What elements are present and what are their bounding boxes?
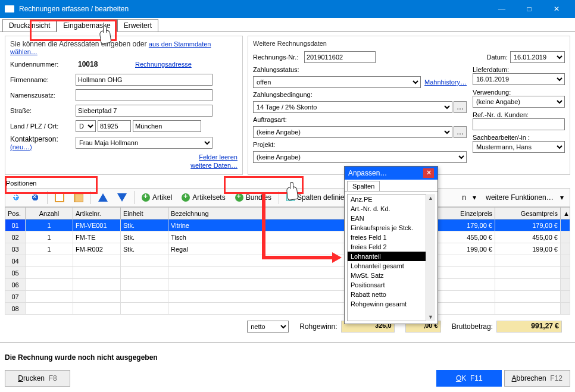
table-row[interactable]: 05 <box>5 267 570 279</box>
popup-item[interactable]: Lohnanteil <box>348 252 435 261</box>
table-cell[interactable] <box>495 267 561 279</box>
table-cell[interactable] <box>121 255 168 267</box>
datum-select[interactable]: 16.01.2019 <box>510 51 565 63</box>
scroll-down-icon[interactable]: ▼ <box>428 314 433 320</box>
col-anzahl[interactable]: Anzahl <box>26 208 73 219</box>
table-cell[interactable]: FM-VE001 <box>73 219 121 231</box>
zbed-select[interactable]: 14 Tage / 2% Skonto <box>253 101 452 113</box>
table-cell[interactable] <box>436 291 495 303</box>
auftragsart-more-button[interactable]: … <box>454 126 467 138</box>
table-cell[interactable] <box>436 303 495 315</box>
table-cell[interactable] <box>73 255 121 267</box>
table-cell[interactable]: 05 <box>5 267 26 279</box>
table-cell[interactable] <box>436 255 495 267</box>
move-up-button[interactable] <box>95 190 111 205</box>
scroll-up-icon[interactable]: ▲ <box>428 195 433 201</box>
artikel-button[interactable]: Artikel <box>138 190 176 205</box>
abbrechen-button[interactable]: Abbrechen F12 <box>504 370 570 387</box>
popup-item[interactable]: Lohnanteil gesamt <box>348 261 435 271</box>
maximize-button[interactable]: □ <box>515 0 543 18</box>
close-button[interactable]: ✕ <box>543 0 570 18</box>
table-cell[interactable] <box>73 267 121 279</box>
table-cell[interactable] <box>121 303 168 315</box>
table-cell[interactable] <box>561 243 570 255</box>
table-cell[interactable] <box>495 279 561 291</box>
table-cell[interactable] <box>73 279 121 291</box>
ref-input[interactable] <box>473 118 565 130</box>
table-cell[interactable]: 455,00 € <box>495 231 561 243</box>
kontakt-select[interactable]: Frau Maja Hollmann <box>76 137 212 149</box>
minimize-button[interactable]: — <box>488 0 515 18</box>
weitere-daten-link[interactable]: weitere Daten… <box>190 162 238 169</box>
popup-item[interactable]: Anz.PE <box>348 195 435 204</box>
felder-leeren-link[interactable]: Felder leeren <box>199 153 238 161</box>
table-row[interactable]: 031FM-R002Stk.Regal199,00 €199,00 € <box>5 243 570 255</box>
verwendung-select[interactable]: (keine Angabe) <box>473 96 565 108</box>
popup-tab-spalten[interactable]: Spalten <box>347 181 380 191</box>
auftragsart-select[interactable]: (keine Angabe) <box>253 126 452 138</box>
table-cell[interactable]: 199,00 € <box>436 243 495 255</box>
table-cell[interactable] <box>495 303 561 315</box>
namenszusatz-input[interactable] <box>76 89 212 101</box>
table-cell[interactable] <box>561 279 570 291</box>
table-cell[interactable] <box>73 303 121 315</box>
rnr-input[interactable] <box>304 51 376 63</box>
popup-item[interactable]: freies Feld 1 <box>348 233 435 242</box>
bundles-button[interactable]: Bundles <box>232 190 275 205</box>
table-cell[interactable]: 03 <box>5 243 26 255</box>
table-cell[interactable] <box>26 267 73 279</box>
table-cell[interactable]: Stk. <box>121 219 168 231</box>
popup-item[interactable]: EAN <box>348 214 435 223</box>
table-cell[interactable] <box>495 255 561 267</box>
rechnungsadresse-link[interactable]: Rechnungsadresse <box>135 61 192 68</box>
table-cell[interactable]: 1 <box>26 231 73 243</box>
plz-input[interactable] <box>98 120 131 132</box>
ok-button[interactable]: OK F11 <box>436 370 502 387</box>
table-row[interactable]: 021FM-TEStk.Tisch455,00 €455,00 € <box>5 231 570 243</box>
table-cell[interactable] <box>26 255 73 267</box>
table-cell[interactable]: 04 <box>5 255 26 267</box>
n-dropdown[interactable]: n ▾ <box>458 190 480 205</box>
doc-button[interactable] <box>51 190 68 205</box>
table-cell[interactable]: 1 <box>26 243 73 255</box>
popup-item[interactable]: Einkaufspreis je Stck. <box>348 223 435 233</box>
col-gesamtpreis[interactable]: Gesamtpreis <box>495 208 561 219</box>
table-cell[interactable]: Stk. <box>121 231 168 243</box>
table-cell[interactable]: 179,00 € <box>436 219 495 231</box>
table-row[interactable]: 08 <box>5 303 570 315</box>
popup-item[interactable]: Positionsart <box>348 280 435 290</box>
table-cell[interactable] <box>436 267 495 279</box>
lieferdatum-select[interactable]: 16.01.2019 <box>473 73 565 85</box>
table-cell[interactable]: 02 <box>5 231 26 243</box>
table-cell[interactable] <box>561 255 570 267</box>
delete-row-button[interactable] <box>27 190 43 205</box>
popup-item[interactable]: Rohgewinn gesamt <box>348 299 435 309</box>
table-cell[interactable]: 199,00 € <box>495 243 561 255</box>
table-row[interactable]: 06 <box>5 279 570 291</box>
table-cell[interactable] <box>73 291 121 303</box>
table-cell[interactable] <box>561 267 570 279</box>
tab-eingabemaske[interactable]: Eingabemaske <box>57 19 117 32</box>
tab-druckansicht[interactable]: Druckansicht <box>2 19 57 32</box>
table-cell[interactable] <box>121 291 168 303</box>
table-cell[interactable] <box>561 303 570 315</box>
zstatus-select[interactable]: offen <box>253 76 421 88</box>
table-cell[interactable]: 01 <box>5 219 26 231</box>
artikelsets-button[interactable]: Artikelsets <box>178 190 229 205</box>
table-cell[interactable]: FM-TE <box>73 231 121 243</box>
popup-close-button[interactable]: ✕ <box>423 168 434 178</box>
popup-scrollbar[interactable]: ▲ ▼ <box>426 194 435 321</box>
col-pos[interactable]: Pos. <box>5 208 26 219</box>
table-cell[interactable] <box>495 291 561 303</box>
table-cell[interactable] <box>121 279 168 291</box>
table-cell[interactable] <box>26 279 73 291</box>
table-cell[interactable] <box>561 291 570 303</box>
table-cell[interactable] <box>436 279 495 291</box>
drucken-button[interactable]: Drucken F8 <box>5 370 70 387</box>
table-cell[interactable]: 08 <box>5 303 26 315</box>
table-row[interactable]: 011FM-VE001Stk.Vitrine179,00 €179,00 € <box>5 219 570 231</box>
popup-item[interactable]: MwSt. Satz <box>348 271 435 280</box>
netto-brutto-select[interactable]: netto <box>247 321 289 333</box>
col-artnr[interactable]: Artikelnr. <box>73 208 121 219</box>
positions-table[interactable]: Pos. Anzahl Artikelnr. Einheit Bezeichnu… <box>5 207 570 315</box>
